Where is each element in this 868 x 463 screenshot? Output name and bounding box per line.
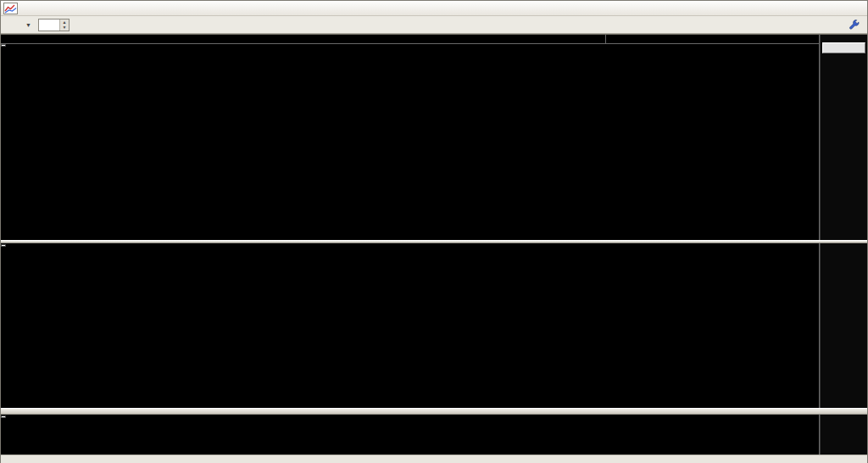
panel-splitter[interactable]: [1, 408, 867, 415]
price-chart-canvas[interactable]: [1, 35, 820, 240]
chart-area: [1, 34, 867, 455]
volume-panel: [1, 415, 867, 455]
ohlc-info-bar: [1, 35, 819, 44]
title-bar: [1, 1, 867, 16]
volume-chart-canvas[interactable]: [1, 415, 820, 455]
current-price-badge: [822, 42, 865, 53]
macd-chart-canvas[interactable]: [1, 243, 820, 408]
macd-plot[interactable]: [1, 243, 820, 408]
volume-legend: [1, 416, 6, 418]
period-dropdown[interactable]: ▼: [23, 22, 31, 28]
chart-window: ▼ ▲▼: [0, 0, 868, 463]
info-divider: [605, 35, 606, 43]
macd-panel: [1, 243, 867, 408]
price-panel: [1, 35, 867, 240]
price-plot[interactable]: [1, 35, 820, 240]
macd-legend: [1, 244, 6, 247]
bar-count-stepper[interactable]: ▲▼: [38, 19, 70, 31]
stepper-down-icon[interactable]: ▼: [60, 25, 69, 31]
volume-plot[interactable]: [1, 415, 820, 455]
bar-count-input[interactable]: [39, 20, 59, 31]
macd-axis: [820, 243, 867, 408]
status-bar: [1, 455, 867, 463]
chevron-down-icon: ▼: [25, 22, 31, 28]
price-axis: [820, 35, 867, 240]
volume-axis: [820, 415, 867, 455]
toolbar: ▼ ▲▼: [1, 16, 867, 34]
ma-legend: [1, 44, 6, 47]
chart-app-icon: [3, 3, 18, 14]
settings-wrench-icon[interactable]: [848, 19, 860, 31]
